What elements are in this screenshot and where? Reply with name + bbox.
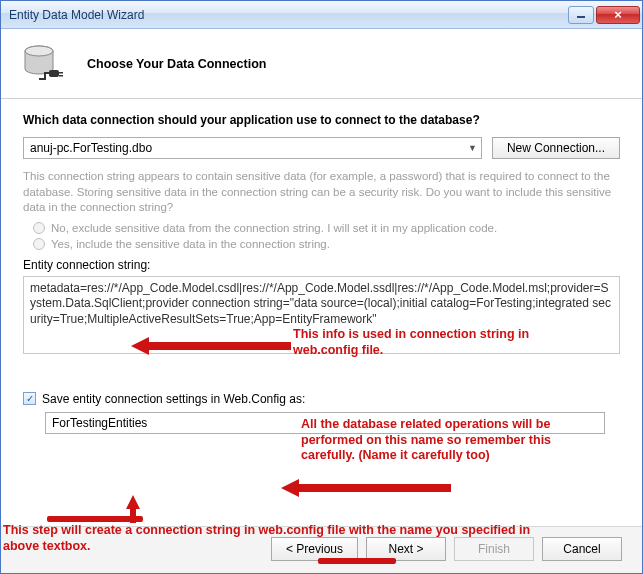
svg-rect-5 (59, 75, 63, 77)
cancel-button[interactable]: Cancel (542, 537, 622, 561)
connection-string-textarea[interactable]: metadata=res://*/App_Code.Model.csdl|res… (23, 276, 620, 354)
wizard-buttons: < Previous Next > Finish Cancel (1, 526, 642, 573)
radio-include: Yes, include the sensitive data in the c… (33, 238, 620, 250)
svg-rect-0 (577, 16, 585, 18)
wizard-content: Which data connection should your applic… (1, 99, 642, 526)
window-title: Entity Data Model Wizard (9, 8, 568, 22)
save-checkbox[interactable]: ✓ (23, 392, 36, 405)
radio-icon (33, 222, 45, 234)
radio-include-label: Yes, include the sensitive data in the c… (51, 238, 330, 250)
connection-question: Which data connection should your applic… (23, 113, 620, 127)
radio-exclude-label: No, exclude sensitive data from the conn… (51, 222, 497, 234)
close-icon: × (614, 7, 622, 22)
save-settings-row: ✓ Save entity connection settings in Web… (23, 392, 620, 406)
svg-point-2 (25, 46, 53, 56)
database-plug-icon (21, 42, 65, 86)
save-checkbox-label: Save entity connection settings in Web.C… (42, 392, 305, 406)
svg-rect-3 (49, 70, 59, 77)
radio-exclude: No, exclude sensitive data from the conn… (33, 222, 620, 234)
annotation-underline-next (318, 558, 396, 564)
sensitive-data-warning: This connection string appears to contai… (23, 169, 620, 216)
annotation-underline (47, 516, 143, 522)
radio-icon (33, 238, 45, 250)
finish-button: Finish (454, 537, 534, 561)
close-button[interactable]: × (596, 6, 640, 24)
minimize-button[interactable] (568, 6, 594, 24)
entity-name-value: ForTestingEntities (52, 416, 147, 430)
wizard-window: Entity Data Model Wizard × Choose Your D… (0, 0, 643, 574)
annotation-arrow (281, 477, 451, 499)
connection-dropdown[interactable]: anuj-pc.ForTesting.dbo ▼ (23, 137, 482, 159)
connection-selected: anuj-pc.ForTesting.dbo (30, 141, 152, 155)
new-connection-button[interactable]: New Connection... (492, 137, 620, 159)
svg-marker-7 (281, 479, 451, 497)
entity-conn-label: Entity connection string: (23, 258, 620, 272)
svg-rect-4 (59, 72, 63, 74)
sensitive-radio-group: No, exclude sensitive data from the conn… (33, 222, 620, 250)
step-title: Choose Your Data Connection (87, 57, 266, 71)
wizard-header: Choose Your Data Connection (1, 29, 642, 99)
window-controls: × (568, 6, 640, 24)
entity-name-input[interactable]: ForTestingEntities (45, 412, 605, 434)
chevron-down-icon: ▼ (468, 143, 477, 153)
titlebar: Entity Data Model Wizard × (1, 1, 642, 29)
